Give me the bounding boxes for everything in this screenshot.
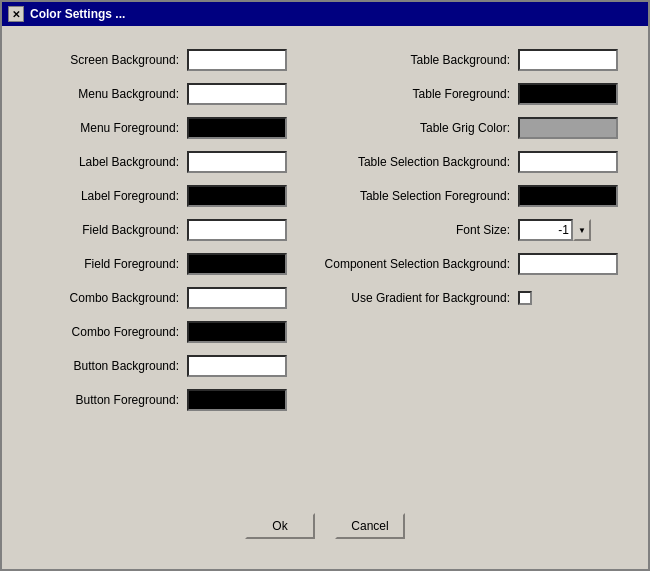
use-gradient-row: Use Gradient for Background:: [308, 284, 618, 312]
label-foreground-row: Label Foreground:: [32, 182, 298, 210]
menu-background-label: Menu Background:: [32, 87, 187, 101]
label-foreground-color[interactable]: [187, 185, 287, 207]
field-foreground-row: Field Foreground:: [32, 250, 298, 278]
table-foreground-label: Table Foreground:: [308, 87, 518, 101]
field-foreground-color[interactable]: [187, 253, 287, 275]
table-selection-foreground-row: Table Selection Foreground:: [308, 182, 618, 210]
font-size-dropdown[interactable]: ▼: [573, 219, 591, 241]
screen-background-color[interactable]: [187, 49, 287, 71]
field-foreground-label: Field Foreground:: [32, 257, 187, 271]
menu-foreground-row: Menu Foreground:: [32, 114, 298, 142]
button-background-label: Button Background:: [32, 359, 187, 373]
field-background-label: Field Background:: [32, 223, 187, 237]
field-background-color[interactable]: [187, 219, 287, 241]
table-selection-background-label: Table Selection Background:: [308, 155, 518, 169]
ok-button[interactable]: Ok: [245, 513, 315, 539]
right-column: Table Background: Table Foreground: Tabl…: [308, 46, 618, 493]
font-size-input[interactable]: [518, 219, 573, 241]
combo-foreground-row: Combo Foreground:: [32, 318, 298, 346]
table-background-row: Table Background:: [308, 46, 618, 74]
table-selection-foreground-label: Table Selection Foreground:: [308, 189, 518, 203]
component-selection-background-row: Component Selection Background:: [308, 250, 618, 278]
label-foreground-label: Label Foreground:: [32, 189, 187, 203]
screen-background-row: Screen Background:: [32, 46, 298, 74]
component-selection-background-color[interactable]: [518, 253, 618, 275]
menu-foreground-color[interactable]: [187, 117, 287, 139]
button-background-color[interactable]: [187, 355, 287, 377]
button-foreground-color[interactable]: [187, 389, 287, 411]
table-selection-foreground-color[interactable]: [518, 185, 618, 207]
button-foreground-row: Button Foreground:: [32, 386, 298, 414]
component-selection-background-label: Component Selection Background:: [308, 257, 518, 271]
close-button[interactable]: ✕: [8, 6, 24, 22]
combo-background-label: Combo Background:: [32, 291, 187, 305]
table-foreground-row: Table Foreground:: [308, 80, 618, 108]
combo-background-row: Combo Background:: [32, 284, 298, 312]
menu-background-row: Menu Background:: [32, 80, 298, 108]
font-size-control: ▼: [518, 219, 591, 241]
combo-background-color[interactable]: [187, 287, 287, 309]
menu-foreground-label: Menu Foreground:: [32, 121, 187, 135]
combo-foreground-color[interactable]: [187, 321, 287, 343]
combo-foreground-label: Combo Foreground:: [32, 325, 187, 339]
table-foreground-color[interactable]: [518, 83, 618, 105]
use-gradient-label: Use Gradient for Background:: [308, 291, 518, 305]
table-grid-color[interactable]: [518, 117, 618, 139]
button-area: Ok Cancel: [32, 493, 618, 549]
use-gradient-checkbox[interactable]: [518, 291, 532, 305]
table-background-label: Table Background:: [308, 53, 518, 67]
table-background-color[interactable]: [518, 49, 618, 71]
screen-background-label: Screen Background:: [32, 53, 187, 67]
left-column: Screen Background: Menu Background: Menu…: [32, 46, 298, 493]
label-background-row: Label Background:: [32, 148, 298, 176]
window-title: Color Settings ...: [30, 7, 125, 21]
field-background-row: Field Background:: [32, 216, 298, 244]
button-foreground-label: Button Foreground:: [32, 393, 187, 407]
font-size-row: Font Size: ▼: [308, 216, 618, 244]
font-size-label: Font Size:: [308, 223, 518, 237]
cancel-button[interactable]: Cancel: [335, 513, 405, 539]
form-area: Screen Background: Menu Background: Menu…: [32, 46, 618, 493]
content-area: Screen Background: Menu Background: Menu…: [2, 26, 648, 569]
table-selection-background-color[interactable]: [518, 151, 618, 173]
table-grid-color-label: Table Grig Color:: [308, 121, 518, 135]
label-background-color[interactable]: [187, 151, 287, 173]
title-bar: ✕ Color Settings ...: [2, 2, 648, 26]
menu-background-color[interactable]: [187, 83, 287, 105]
button-background-row: Button Background:: [32, 352, 298, 380]
label-background-label: Label Background:: [32, 155, 187, 169]
table-selection-background-row: Table Selection Background:: [308, 148, 618, 176]
color-settings-window: ✕ Color Settings ... Screen Background: …: [0, 0, 650, 571]
table-grid-color-row: Table Grig Color:: [308, 114, 618, 142]
